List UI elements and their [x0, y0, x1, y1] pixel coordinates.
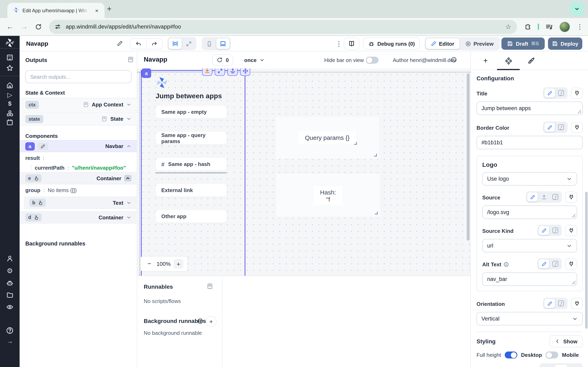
align-left-button[interactable]: [541, 365, 554, 367]
sidebar-item-runs[interactable]: ▷: [7, 91, 12, 99]
source-upload-button[interactable]: [539, 192, 549, 201]
hide-bar-toggle[interactable]: [366, 57, 379, 64]
title-fx-mode-button[interactable]: ƒ: [556, 89, 566, 98]
title-input[interactable]: Jump between apps: [476, 101, 583, 115]
navbar-component-selected[interactable]: a Jump between apps Same app -: [141, 70, 245, 276]
profile-avatar[interactable]: [559, 21, 570, 32]
tab-close-icon[interactable]: ×: [93, 7, 100, 14]
extensions-icon[interactable]: [524, 23, 531, 30]
nav-item-active[interactable]: # Same app - hash: [156, 158, 227, 170]
anchor-handle[interactable]: [227, 68, 238, 76]
component-row-container-d[interactable]: d Container: [20, 211, 137, 224]
orientation-fx-mode-button[interactable]: ƒ: [556, 299, 566, 308]
move-handle[interactable]: [240, 68, 250, 76]
component-row-text-b[interactable]: b Text: [24, 197, 137, 209]
add-background-runnable-button[interactable]: +: [206, 316, 216, 327]
full-height-toggle[interactable]: [505, 351, 517, 359]
more-options-icon[interactable]: ⋮: [336, 40, 342, 48]
url-bar[interactable]: app.windmill.dev/apps/edit/u/henri/navap…: [49, 20, 517, 34]
component-id-badge[interactable]: a: [142, 68, 151, 78]
site-settings-icon[interactable]: [55, 24, 61, 30]
orientation-select[interactable]: Vertical: [476, 312, 583, 325]
source-static-mode-button[interactable]: [527, 192, 538, 201]
sidebar-item-resources[interactable]: [6, 110, 13, 117]
sidebar-item-settings-icon[interactable]: ⚙: [7, 267, 13, 275]
resize-grip[interactable]: [354, 142, 357, 145]
component-row-navbar[interactable]: a Navbar: [20, 140, 137, 152]
border-color-fx-mode-button[interactable]: ƒ: [556, 123, 566, 132]
alt-text-static-mode-button[interactable]: [539, 259, 549, 268]
source-kind-select[interactable]: url: [482, 239, 577, 252]
forward-icon[interactable]: →: [21, 23, 28, 31]
desktop-view-button[interactable]: [216, 38, 229, 49]
draft-button[interactable]: Draft ⌘S: [502, 38, 545, 50]
browser-menu-icon[interactable]: ⋮: [577, 23, 583, 31]
full-width-button[interactable]: [182, 38, 195, 49]
show-styling-button[interactable]: Show: [550, 335, 583, 347]
source-input[interactable]: /logo.svg: [482, 206, 577, 219]
orientation-static-mode-button[interactable]: [544, 299, 555, 308]
query-params-box[interactable]: Query params {}: [276, 117, 379, 159]
alt-text-fx-mode-button[interactable]: ƒ: [550, 259, 561, 268]
sidebar-item-users[interactable]: [6, 255, 13, 262]
windmill-logo-icon[interactable]: [4, 38, 15, 49]
hash-box[interactable]: Hash: "f: [277, 174, 380, 217]
border-color-connect-button[interactable]: [571, 122, 583, 133]
component-row-container-e[interactable]: e Container: [20, 172, 137, 184]
tab-component-settings-icon[interactable]: [503, 55, 514, 67]
panel-toggle-icon[interactable]: [207, 283, 213, 290]
ctx-row[interactable]: ctx App Context: [20, 98, 137, 111]
preview-tab[interactable]: Preview: [460, 38, 498, 49]
collapse-sidebar-icon[interactable]: →: [7, 338, 13, 345]
sidebar-item-workers[interactable]: [6, 279, 13, 287]
title-connect-button[interactable]: [571, 87, 583, 99]
sidebar-item-folders[interactable]: [6, 291, 13, 299]
nav-item[interactable]: Same app - empty: [156, 106, 227, 118]
title-static-mode-button[interactable]: [544, 89, 555, 98]
sidebar-item-audit-logs[interactable]: [6, 303, 13, 311]
border-color-input[interactable]: #b1b1b1: [476, 136, 583, 149]
canvas-scrollbar[interactable]: [467, 73, 470, 241]
editor-tab[interactable]: Editor: [426, 38, 459, 49]
source-kind-fx-mode-button[interactable]: ƒ: [550, 226, 561, 235]
sidebar-item-favorites[interactable]: [6, 64, 13, 72]
debug-runs-button[interactable]: Debug runs (0): [363, 38, 420, 50]
sidebar-item-home[interactable]: [6, 82, 13, 89]
settings-scrollbar[interactable]: [585, 192, 588, 329]
back-icon[interactable]: ←: [7, 23, 13, 31]
current-path-entry[interactable]: currentPath : "u/henri/navapp#foo": [31, 165, 126, 171]
help-icon[interactable]: [6, 327, 14, 334]
search-outputs-input[interactable]: Search outputs...: [25, 70, 131, 83]
sidebar-item-variables[interactable]: $: [8, 100, 12, 107]
docs-button[interactable]: [344, 38, 359, 50]
redo-button[interactable]: [146, 39, 162, 49]
deploy-button[interactable]: Deploy: [548, 38, 582, 50]
align-right-button[interactable]: [568, 365, 581, 367]
centered-width-button[interactable]: [169, 38, 182, 49]
nav-item[interactable]: Other app: [156, 210, 227, 223]
mobile-view-button[interactable]: [203, 38, 216, 49]
refresh-mode-select[interactable]: once: [244, 54, 265, 66]
resize-grip[interactable]: [341, 202, 343, 205]
zoom-out-button[interactable]: −: [145, 260, 154, 267]
alt-text-connect-button[interactable]: [565, 258, 577, 269]
border-color-static-mode-button[interactable]: [544, 123, 555, 132]
resize-grip[interactable]: [374, 154, 377, 157]
rename-component-icon[interactable]: [37, 142, 48, 150]
source-kind-connect-button[interactable]: [565, 225, 577, 236]
tab-insert-icon[interactable]: +: [480, 55, 491, 67]
orientation-connect-button[interactable]: [571, 298, 583, 309]
edit-title-icon[interactable]: [117, 40, 123, 47]
new-tab-icon[interactable]: +: [107, 4, 112, 13]
source-fx-mode-button[interactable]: ƒ: [550, 192, 561, 201]
url-text[interactable]: app.windmill.dev/apps/edit/u/henri/navap…: [66, 24, 501, 30]
window-chevron-button[interactable]: [570, 2, 584, 16]
zoom-in-button[interactable]: +: [173, 259, 183, 269]
state-row[interactable]: state State: [20, 112, 137, 125]
nav-item[interactable]: Same app - query params: [156, 132, 227, 144]
sidebar-item-apps[interactable]: [6, 54, 13, 61]
alt-text-input[interactable]: nav_bar: [482, 272, 577, 286]
expand-down-handle[interactable]: [202, 68, 212, 76]
browser-tab[interactable]: Edit App u/henri/navapp | Win ×: [7, 3, 104, 18]
desktop-mobile-toggle[interactable]: [546, 351, 558, 359]
